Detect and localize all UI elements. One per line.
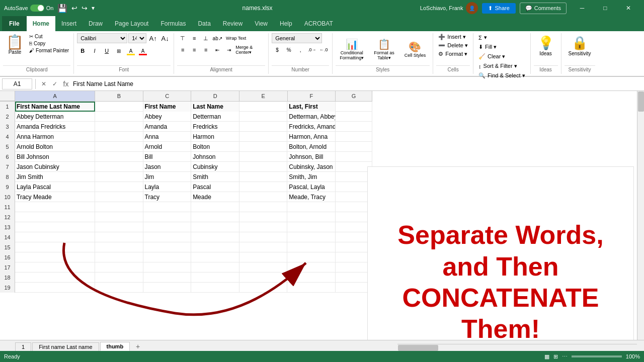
comma-button[interactable]: , xyxy=(295,45,306,55)
merge-center-button[interactable]: Merge & Center▾ xyxy=(235,45,265,55)
row-num-3[interactable]: 3 xyxy=(0,122,15,132)
cell-b6[interactable] xyxy=(95,152,143,162)
paste-button[interactable]: 📋 Paste xyxy=(3,33,27,57)
row-num-8[interactable]: 8 xyxy=(0,172,15,182)
cell-e4[interactable] xyxy=(239,132,288,142)
vertical-scrollbar[interactable] xyxy=(637,91,644,340)
fill-button[interactable]: ⬇ Fill ▾ xyxy=(476,43,499,51)
row-num-18[interactable]: 18 xyxy=(0,273,15,283)
cell-a3[interactable]: Amanda Fredricks xyxy=(15,122,95,132)
cell-f2[interactable]: Detterman, Abbey xyxy=(287,112,336,122)
cell-g2[interactable] xyxy=(336,112,372,122)
cell-a11[interactable] xyxy=(15,202,95,212)
cell-c2[interactable]: Abbey xyxy=(143,112,192,122)
underline-button[interactable]: U xyxy=(101,46,112,56)
tab-view[interactable]: View xyxy=(249,16,274,31)
row-num-15[interactable]: 15 xyxy=(0,242,15,252)
tab-insert[interactable]: Insert xyxy=(55,16,83,31)
cell-b1[interactable] xyxy=(95,102,143,112)
cell-d6[interactable]: Johnson xyxy=(191,152,239,162)
cell-c7[interactable]: Jason xyxy=(143,162,192,172)
cell-f9[interactable]: Pascal, Layla xyxy=(287,182,336,192)
increase-font-button[interactable]: A↑ xyxy=(147,33,158,43)
cell-c8[interactable]: Jim xyxy=(143,172,192,182)
cell-d2[interactable]: Detterman xyxy=(191,112,239,122)
increase-indent-button[interactable]: ⇥ xyxy=(223,45,234,55)
tab-help[interactable]: Help xyxy=(274,16,298,31)
cell-e1[interactable] xyxy=(239,102,288,112)
number-format-select[interactable]: General xyxy=(272,33,322,43)
cell-b5[interactable] xyxy=(95,142,143,152)
cell-a9[interactable]: Layla Pascal xyxy=(15,182,95,192)
sheet-tab-1[interactable]: 1 xyxy=(15,342,31,351)
customize-icon[interactable]: ▾ xyxy=(92,5,95,12)
cell-f3[interactable]: Fredricks, Amanda xyxy=(287,122,336,132)
col-header-b[interactable]: B xyxy=(95,91,143,101)
share-button[interactable]: ⬆ Share xyxy=(482,3,515,14)
col-header-d[interactable]: D xyxy=(191,91,239,101)
zoom-slider[interactable] xyxy=(572,355,622,357)
tab-acrobat[interactable]: ACROBAT xyxy=(298,16,339,31)
row-num-10[interactable]: 10 xyxy=(0,192,15,202)
close-button[interactable]: ✕ xyxy=(617,0,640,16)
cell-a10[interactable]: Tracy Meade xyxy=(15,192,95,202)
row-num-4[interactable]: 4 xyxy=(0,132,15,142)
cell-reference-input[interactable] xyxy=(2,78,32,89)
row-num-16[interactable]: 16 xyxy=(0,252,15,262)
orientation-button[interactable]: ab↗ xyxy=(212,33,223,43)
cell-e9[interactable] xyxy=(239,182,288,192)
add-sheet-button[interactable]: + xyxy=(133,342,143,351)
row-num-13[interactable]: 13 xyxy=(0,222,15,232)
insert-function-icon[interactable]: fx xyxy=(61,79,71,89)
cell-g3[interactable] xyxy=(336,122,372,132)
sheet-tab-first-name[interactable]: First name Last name xyxy=(32,342,99,351)
cell-f5[interactable]: Bolton, Arnold xyxy=(287,142,336,152)
cell-a6[interactable]: Bill Johnson xyxy=(15,152,95,162)
cell-b2[interactable] xyxy=(95,112,143,122)
tab-data[interactable]: Data xyxy=(192,16,216,31)
align-top-button[interactable]: ⊤ xyxy=(177,33,188,43)
cell-e8[interactable] xyxy=(239,172,288,182)
cell-a4[interactable]: Anna Harmon xyxy=(15,132,95,142)
clear-button[interactable]: 🧹 Clear ▾ xyxy=(476,52,507,61)
cell-b8[interactable] xyxy=(95,172,143,182)
cell-d7[interactable]: Cubinsky xyxy=(191,162,239,172)
cell-e6[interactable] xyxy=(239,152,288,162)
autosum-button[interactable]: Σ ▾ xyxy=(476,33,489,42)
font-size-select[interactable]: 14 xyxy=(128,33,146,43)
cell-d4[interactable]: Harmon xyxy=(191,132,239,142)
delete-button[interactable]: ➖ Delete ▾ xyxy=(436,42,470,49)
align-bottom-button[interactable]: ⊥ xyxy=(200,33,211,43)
minimize-button[interactable]: ─ xyxy=(571,0,594,16)
conditional-formatting-button[interactable]: 📊 ConditionalFormatting▾ xyxy=(336,36,368,62)
row-num-14[interactable]: 14 xyxy=(0,232,15,242)
tab-review[interactable]: Review xyxy=(217,16,249,31)
cell-e10[interactable] xyxy=(239,192,288,202)
copy-button[interactable]: ⎘ Copy xyxy=(28,40,70,47)
col-header-f[interactable]: F xyxy=(288,91,336,101)
cell-b7[interactable] xyxy=(95,162,143,172)
row-num-17[interactable]: 17 xyxy=(0,262,15,273)
wrap-text-button[interactable]: Wrap Text xyxy=(223,33,249,43)
percent-button[interactable]: % xyxy=(283,45,294,55)
select-all-button[interactable] xyxy=(0,91,15,101)
currency-button[interactable]: $ xyxy=(272,45,283,55)
col-header-g[interactable]: G xyxy=(336,91,372,101)
decrease-decimal-button[interactable]: .0→ xyxy=(306,45,317,55)
decrease-indent-button[interactable]: ⇤ xyxy=(212,45,223,55)
comments-button[interactable]: 💬 Comments xyxy=(520,3,567,14)
cell-a8[interactable]: Jim Smith xyxy=(15,172,95,182)
cell-d3[interactable]: Fredricks xyxy=(191,122,239,132)
cell-a2[interactable]: Abbey Detterman xyxy=(15,112,95,122)
font-color-button[interactable]: A xyxy=(137,46,148,56)
cancel-formula-icon[interactable]: ✕ xyxy=(39,79,49,89)
cell-f7[interactable]: Cubinsky, Jason xyxy=(287,162,336,172)
sheet-tab-thumb[interactable]: thumb xyxy=(100,342,130,351)
view-normal-icon[interactable]: ▦ xyxy=(544,353,549,360)
cell-f4[interactable]: Harmon, Anna xyxy=(287,132,336,142)
align-left-button[interactable]: ≡ xyxy=(177,45,188,55)
cell-c5[interactable]: Arnold xyxy=(143,142,192,152)
cell-c3[interactable]: Amanda xyxy=(143,122,192,132)
tab-home[interactable]: Home xyxy=(27,16,55,31)
cell-g5[interactable] xyxy=(336,142,372,152)
